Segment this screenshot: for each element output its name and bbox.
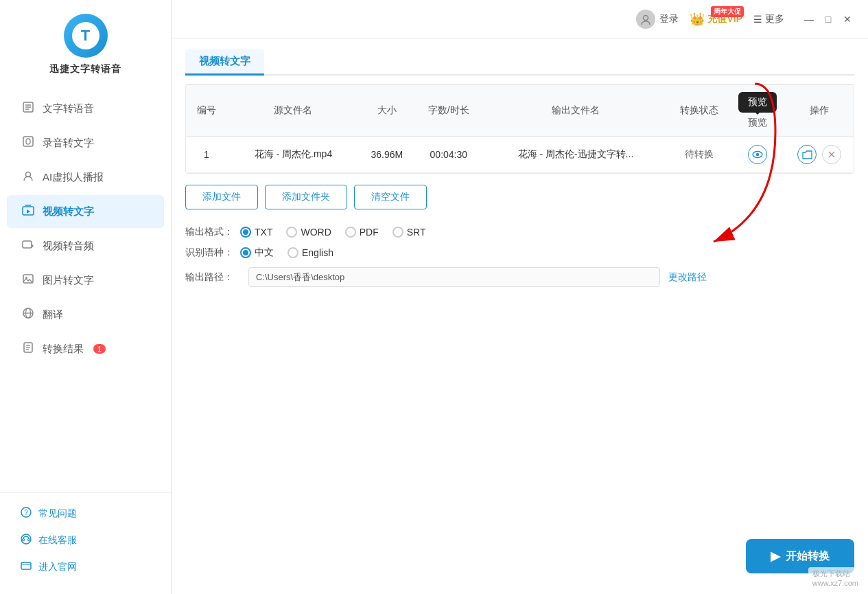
path-input[interactable] (248, 267, 660, 287)
tab-video-to-text[interactable]: 视频转文字 (185, 49, 264, 76)
sidebar-item-label: 图片转文字 (43, 274, 94, 287)
app-logo: T 迅捷文字转语音 (49, 14, 121, 76)
file-table-wrapper: 编号 源文件名 大小 字数/时长 输出文件名 转换状态 预览 (185, 84, 854, 174)
format-option-row: 输出格式： TXT WORD PDF (185, 226, 854, 238)
sidebar-item-label: 视频转音频 (43, 240, 94, 253)
zh-label: 中文 (255, 247, 274, 259)
remove-button[interactable] (822, 145, 841, 164)
en-radio-circle (288, 247, 298, 258)
col-header-duration: 字数/时长 (414, 85, 483, 137)
preview-tooltip: 预览 (738, 92, 777, 113)
window-controls: — □ ✕ (802, 12, 854, 26)
preview-button[interactable] (748, 145, 767, 164)
sidebar-item-label: 翻译 (43, 308, 63, 321)
titlebar: 登录 周年大促 👑 充值VIP ☰ 更多 — □ ✕ (172, 0, 868, 38)
srt-radio-circle (392, 227, 403, 238)
login-label: 登录 (659, 13, 679, 25)
results-icon (21, 341, 36, 356)
sidebar-item-ai-avatar[interactable]: AI虚拟人播报 (7, 161, 164, 194)
cell-num: 1 (186, 137, 227, 173)
cell-actions (785, 137, 854, 173)
cell-size: 36.96M (360, 137, 414, 173)
svg-point-26 (644, 15, 648, 20)
maximize-button[interactable]: □ (821, 12, 835, 26)
more-label: 更多 (765, 13, 784, 25)
col-header-preview: 预览 预览 (730, 85, 785, 137)
col-header-size: 大小 (360, 85, 414, 137)
start-button-area: ▶ 开始转换 (172, 525, 868, 594)
lang-english[interactable]: English (288, 247, 333, 258)
lang-option-row: 识别语种： 中文 English (185, 247, 854, 259)
watermark: 极光下载站 www.xz7.com (808, 567, 863, 589)
vip-promo-badge: 周年大促 (711, 6, 744, 17)
path-option-row: 输出路径： 更改路径 (185, 267, 854, 287)
more-button[interactable]: ☰ 更多 (753, 13, 784, 25)
sidebar-item-results[interactable]: 转换结果 1 (7, 332, 164, 365)
close-button[interactable]: ✕ (841, 12, 854, 26)
video-to-audio-icon (21, 238, 36, 253)
logo-letter: T (72, 22, 99, 49)
support-icon (21, 534, 32, 547)
video-to-text-icon (21, 204, 36, 219)
svg-rect-24 (21, 562, 31, 569)
col-header-source: 源文件名 (227, 85, 360, 137)
text-to-speech-icon (21, 101, 36, 116)
cell-duration: 00:04:30 (414, 137, 483, 173)
status-badge: 待转换 (685, 148, 714, 159)
sidebar-item-label: 文字转语音 (43, 102, 94, 115)
svg-point-23 (28, 539, 30, 541)
txt-radio-dot (243, 229, 248, 235)
sidebar-item-label: AI虚拟人播报 (43, 171, 104, 184)
sidebar-item-video-to-audio[interactable]: 视频转音频 (7, 229, 164, 262)
format-txt[interactable]: TXT (240, 227, 272, 238)
website-label: 进入官网 (38, 561, 77, 573)
format-word[interactable]: WORD (286, 227, 331, 238)
crown-icon: 👑 (690, 12, 705, 27)
lang-chinese[interactable]: 中文 (240, 247, 274, 259)
sidebar-item-faq[interactable]: ? 常见问题 (7, 500, 164, 527)
faq-icon: ? (21, 507, 32, 520)
sidebar-item-website[interactable]: 进入官网 (7, 553, 164, 580)
svg-rect-9 (23, 241, 32, 248)
sidebar-item-image-to-text[interactable]: 图片转文字 (7, 264, 164, 297)
word-label: WORD (301, 227, 331, 238)
vip-button[interactable]: 周年大促 👑 充值VIP (690, 12, 742, 27)
sidebar: T 迅捷文字转语音 文字转语音 录音转文字 AI虚拟人播报 (0, 0, 172, 594)
sidebar-item-translate[interactable]: 翻译 (7, 298, 164, 331)
sidebar-item-support[interactable]: 在线客服 (7, 527, 164, 553)
add-folder-button[interactable]: 添加文件夹 (265, 185, 347, 209)
file-action-buttons: 添加文件 添加文件夹 清空文件 (185, 185, 854, 209)
word-radio-circle (286, 227, 297, 238)
en-label: English (302, 247, 333, 258)
minimize-button[interactable]: — (802, 12, 816, 26)
format-pdf[interactable]: PDF (345, 227, 379, 238)
image-to-text-icon (21, 273, 36, 288)
zh-radio-circle (240, 247, 251, 258)
svg-text:?: ? (24, 509, 28, 516)
sidebar-item-video-to-text[interactable]: 视频转文字 (7, 195, 164, 228)
options-section: 输出格式： TXT WORD PDF (185, 226, 854, 295)
col-header-output: 输出文件名 (483, 85, 668, 137)
clear-files-button[interactable]: 清空文件 (354, 185, 427, 209)
results-badge: 1 (93, 344, 106, 354)
login-button[interactable]: 登录 (636, 10, 679, 29)
col-header-num: 编号 (186, 85, 227, 137)
svg-point-28 (756, 153, 759, 156)
open-folder-button[interactable] (797, 145, 817, 164)
change-path-button[interactable]: 更改路径 (668, 271, 707, 284)
lang-radio-group: 中文 English (240, 247, 333, 259)
start-label: 开始转换 (786, 549, 830, 564)
srt-label: SRT (407, 227, 426, 238)
watermark-line1: 极光下载站 (812, 569, 858, 579)
svg-point-22 (23, 539, 25, 541)
sidebar-item-text-to-speech[interactable]: 文字转语音 (7, 92, 164, 125)
svg-rect-5 (26, 139, 30, 144)
user-avatar-icon (636, 10, 655, 29)
lang-label: 识别语种： (185, 247, 240, 259)
format-srt[interactable]: SRT (392, 227, 426, 238)
logo-circle: T (64, 14, 108, 58)
sidebar-item-audio-to-text[interactable]: 录音转文字 (7, 126, 164, 159)
cell-preview-action (730, 137, 785, 173)
sidebar-bottom: ? 常见问题 在线客服 进入官网 (0, 492, 171, 594)
add-file-button[interactable]: 添加文件 (185, 185, 258, 209)
